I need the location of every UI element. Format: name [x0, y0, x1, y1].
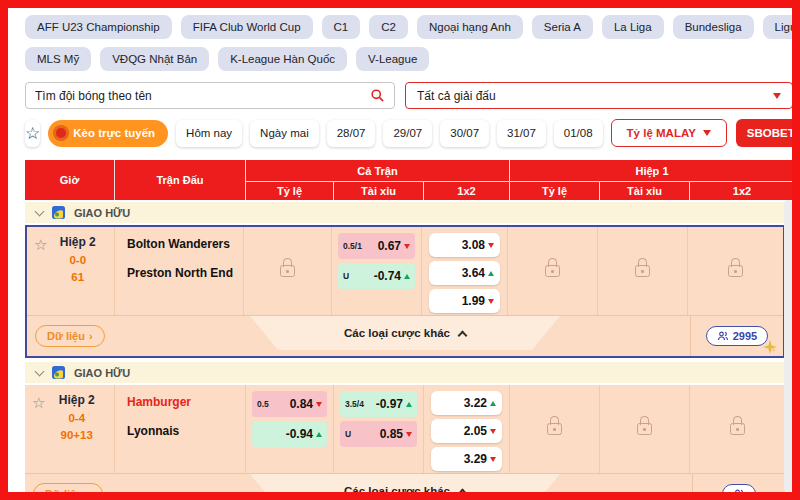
tomorrow-button[interactable]: Ngày mai	[250, 120, 319, 147]
favorites-button[interactable]: ☆	[25, 120, 40, 147]
lock-icon	[545, 265, 560, 277]
competition-icon	[52, 366, 65, 379]
trend-down-icon	[490, 457, 496, 462]
data-button[interactable]: Dữ liệu ›	[33, 483, 103, 492]
section-label: GIAO HỮU	[74, 367, 130, 379]
odds-value: 3.08	[462, 238, 485, 252]
match-minute: 90+13	[45, 429, 108, 441]
chevron-down-icon	[35, 206, 45, 216]
league-chip[interactable]: VĐQG Nhật Bản	[100, 47, 209, 71]
odds-cell[interactable]: U 0.85	[340, 421, 417, 447]
league-chip[interactable]: La Liga	[602, 15, 664, 39]
odds-cell[interactable]: 3.5/4 -0.97	[340, 391, 417, 417]
trend-down-icon	[316, 402, 322, 407]
full-handicap-cell	[244, 227, 332, 315]
date-button[interactable]: 29/07	[383, 120, 432, 147]
match-footer: Dữ liệu › Các loại cược khác	[25, 473, 785, 492]
full-1x2-cell: 3.22 2.05 3.29	[424, 385, 510, 473]
odds-type-dropdown[interactable]: Tỷ lệ MALAY	[611, 119, 727, 147]
odds-cell[interactable]: 3.08	[429, 233, 500, 257]
bookmaker-dropdown[interactable]: SBOBET	[736, 119, 792, 147]
league-chip[interactable]: C2	[369, 15, 408, 39]
trend-up-icon	[488, 271, 494, 276]
league-chip[interactable]: MLS Mỹ	[25, 47, 91, 71]
data-button[interactable]: Dữ liệu ›	[35, 325, 105, 347]
section-header-friendly[interactable]: GIAO HỮU	[25, 362, 785, 383]
match-row-bolton-preston: ☆ Hiệp 2 0-0 61 Bolton Wanderers Preston…	[25, 225, 785, 358]
odds-line: 0.5	[257, 399, 269, 409]
half-1x2-cell	[688, 227, 783, 315]
more-bets-label: Các loại cược khác	[344, 485, 450, 492]
odds-cell[interactable]: 0.5/1 0.67	[338, 233, 415, 259]
tournament-select[interactable]: Tất cả giải đấu	[405, 82, 792, 109]
half-1x2-cell	[690, 385, 785, 473]
filter-right-group: Tỷ lệ MALAY SBOBET	[611, 119, 792, 147]
league-chip[interactable]: Bundesliga	[673, 15, 754, 39]
odds-cell[interactable]: 2.05	[431, 419, 502, 443]
match-score: 0-4	[45, 412, 108, 424]
chevron-down-icon	[35, 366, 45, 376]
match-score: 0-0	[47, 254, 108, 266]
trend-down-icon	[404, 244, 410, 249]
odds-line: U	[343, 271, 349, 281]
match-minute: 61	[47, 271, 108, 283]
league-chip[interactable]: K-League Hàn Quốc	[218, 47, 347, 71]
star-icon: ☆	[25, 123, 40, 144]
date-button[interactable]: 28/07	[327, 120, 376, 147]
odds-value: -0.97	[376, 397, 403, 411]
chevron-down-icon	[703, 130, 711, 136]
favorite-star-icon[interactable]: ☆	[25, 393, 45, 473]
trend-down-icon	[488, 299, 494, 304]
tournament-select-value: Tất cả giải đấu	[417, 89, 496, 103]
competition-icon	[52, 206, 65, 219]
half-handicap-cell	[508, 227, 598, 315]
teams-cell: Bolton Wanderers Preston North End	[115, 227, 244, 315]
date-button[interactable]: 31/07	[497, 120, 546, 147]
league-chip[interactable]: C1	[322, 15, 361, 39]
more-bets-expander[interactable]: Các loại cược khác	[250, 316, 560, 350]
person-icon	[717, 330, 729, 342]
odds-type-label: Tỷ lệ MALAY	[627, 127, 696, 139]
chevron-up-icon	[458, 330, 468, 340]
header-time: Giờ	[25, 160, 115, 200]
viewers-badge: 2995	[706, 326, 768, 346]
league-chip[interactable]: Ngoại hạng Anh	[417, 15, 523, 39]
odds-line: 0.5/1	[343, 241, 362, 251]
viewers-zone: 2995	[690, 316, 783, 356]
match-row-hamburger-lyonnais: ☆ Hiệp 2 0-4 90+13 Hamburger Lyonnais 0.…	[25, 385, 785, 492]
odds-area: ☆ Hiệp 2 0-4 90+13 Hamburger Lyonnais 0.…	[25, 385, 785, 473]
sparkle-icon	[763, 340, 777, 354]
match-period: Hiệp 2	[47, 235, 108, 249]
section-header-friendly[interactable]: GIAO HỮU	[25, 202, 785, 223]
date-button[interactable]: 01/08	[554, 120, 603, 147]
time-cell: ☆ Hiệp 2 0-4 90+13	[25, 385, 115, 473]
odds-cell[interactable]: 3.29	[431, 447, 502, 471]
odds-cell[interactable]: -0.94	[252, 421, 327, 447]
search-input[interactable]	[35, 89, 370, 103]
league-chip[interactable]: FIFA Club World Cup	[181, 15, 313, 39]
odds-cell[interactable]: 1.99	[429, 289, 500, 313]
league-chip[interactable]: AFF U23 Championship	[25, 15, 172, 39]
trend-down-icon	[490, 429, 496, 434]
today-button[interactable]: Hôm nay	[176, 120, 242, 147]
chevron-right-icon: ›	[87, 488, 91, 492]
live-odds-button[interactable]: Kèo trực tuyến	[48, 120, 168, 147]
scrollbar[interactable]	[784, 200, 792, 492]
trend-up-icon	[404, 274, 410, 279]
odds-cell[interactable]: 3.22	[431, 391, 502, 415]
odds-value: 0.67	[378, 239, 401, 253]
trend-up-icon	[490, 401, 496, 406]
date-button[interactable]: 30/07	[440, 120, 489, 147]
filter-bar: ☆ Kèo trực tuyến Hôm nay Ngày mai 28/07 …	[25, 119, 792, 147]
more-bets-label: Các loại cược khác	[344, 327, 450, 339]
odds-cell[interactable]: 0.5 0.84	[252, 391, 327, 417]
header-handicap-h1: Tỷ lệ	[510, 182, 600, 200]
league-chip[interactable]: Ligue 1	[763, 15, 792, 39]
league-chip[interactable]: Seria A	[532, 15, 593, 39]
favorite-star-icon[interactable]: ☆	[27, 235, 47, 315]
more-bets-expander[interactable]: Các loại cược khác	[250, 474, 560, 492]
search-icon[interactable]	[370, 88, 385, 103]
league-chip[interactable]: V-League	[356, 47, 429, 71]
odds-cell[interactable]: 3.64	[429, 261, 500, 285]
odds-cell[interactable]: U -0.74	[338, 263, 415, 289]
